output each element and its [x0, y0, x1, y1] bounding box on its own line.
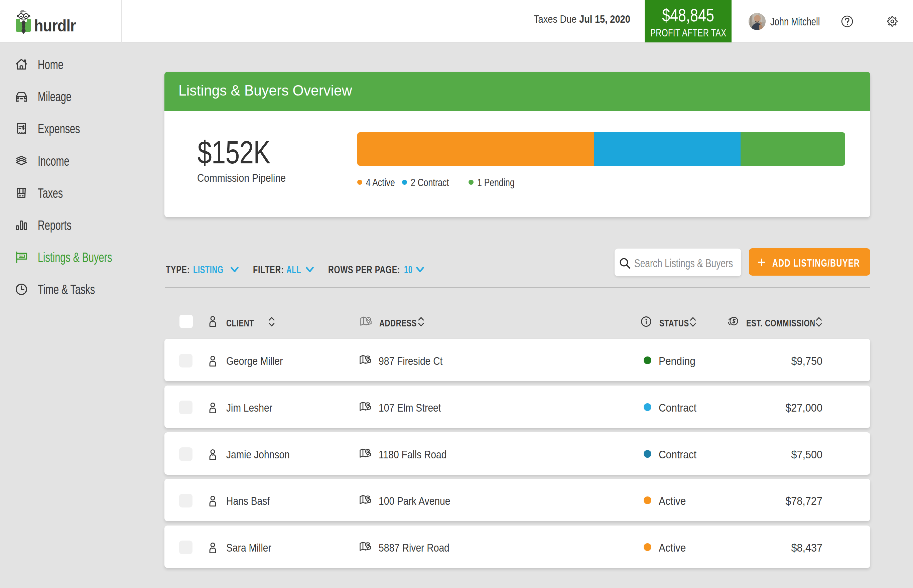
svg-text:SALE: SALE [20, 255, 25, 257]
